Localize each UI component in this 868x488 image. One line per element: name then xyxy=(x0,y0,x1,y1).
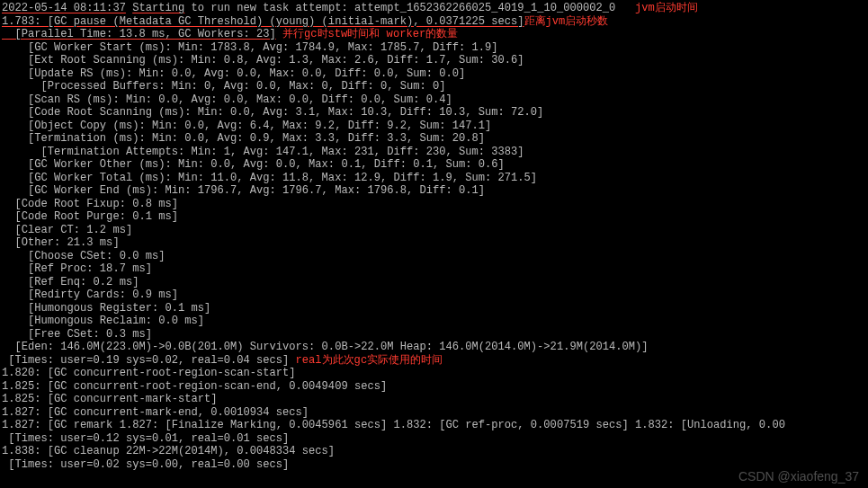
log-line: [Termination (ms): Min: 0.0, Avg: 0.9, M… xyxy=(2,132,485,145)
log-line: [Processed Buffers: Min: 0, Avg: 0.0, Ma… xyxy=(2,80,446,93)
annotation-since-jvm: 距离jvm启动秒数 xyxy=(524,15,609,28)
log-line: [Update RS (ms): Min: 0.0, Avg: 0.0, Max… xyxy=(2,67,465,80)
log-line: 1.827: [GC concurrent-mark-end, 0.001093… xyxy=(2,406,309,419)
log-line: [Clear CT: 1.2 ms] xyxy=(2,224,132,236)
log-text: to run new task attempt: attempt_1652362… xyxy=(184,2,615,14)
log-line: [Object Copy (ms): Min: 0.0, Avg: 6.4, M… xyxy=(2,120,491,132)
log-line: 1.825: [GC concurrent-mark-start] xyxy=(2,393,218,405)
watermark: CSDN @xiaofeng_37 xyxy=(738,470,859,484)
terminal-output: 2022-05-14 08:11:37 Starting to run new … xyxy=(0,0,868,471)
log-line: [GC Worker Total (ms): Min: 11.0, Avg: 1… xyxy=(2,172,537,184)
log-line: [Ref Enq: 0.2 ms] xyxy=(2,276,139,288)
log-line: [Ref Proc: 18.7 ms] xyxy=(2,262,152,275)
log-line: [Free CSet: 0.3 ms] xyxy=(2,328,152,341)
log-line: [Eden: 146.0M(223.0M)->0.0B(201.0M) Surv… xyxy=(2,341,649,353)
log-line: 1.783: [GC pause (Metadata GC Threshold)… xyxy=(2,15,524,28)
log-line: [Termination Attempts: Min: 1, Avg: 147.… xyxy=(2,146,524,158)
log-line: 1.838: [GC cleanup 22M->22M(2014M), 0.00… xyxy=(2,445,335,457)
log-line: [Code Root Scanning (ms): Min: 0.0, Avg:… xyxy=(2,106,543,119)
log-line: [GC Worker End (ms): Min: 1796.7, Avg: 1… xyxy=(2,184,485,197)
log-line: [Choose CSet: 0.0 ms] xyxy=(2,250,165,262)
log-line: [Humongous Reclaim: 0.0 ms] xyxy=(2,315,204,327)
log-line: 1.827: [GC remark 1.827: [Finalize Marki… xyxy=(2,419,785,431)
log-line: 1.825: [GC concurrent-root-region-scan-e… xyxy=(2,380,387,393)
log-line: [Times: user=0.12 sys=0.01, real=0.01 se… xyxy=(2,432,289,445)
log-line: [Other: 21.3 ms] xyxy=(2,236,120,249)
log-line: [Parallel Time: 13.8 ms, GC Workers: 23] xyxy=(2,28,276,40)
log-line: 1.820: [GC concurrent-root-region-scan-s… xyxy=(2,367,296,379)
log-line: [GC Worker Start (ms): Min: 1783.8, Avg:… xyxy=(2,41,498,54)
annotation-jvm-start: jvm启动时间 xyxy=(635,2,698,14)
log-line: [Times: user=0.02 sys=0.00, real=0.00 se… xyxy=(2,458,289,471)
log-line: [Scan RS (ms): Min: 0.0, Avg: 0.0, Max: … xyxy=(2,93,452,106)
log-line: [Humongous Register: 0.1 ms] xyxy=(2,302,210,315)
log-line: [Code Root Purge: 0.1 ms] xyxy=(2,210,178,223)
log-timestamp: 2022-05-14 08:11:37 xyxy=(2,2,126,14)
log-line: [Code Root Fixup: 0.8 ms] xyxy=(2,198,178,210)
log-line: [Times: user=0.19 sys=0.02, real=0.04 se… xyxy=(2,354,296,367)
log-starting: Starting xyxy=(132,2,184,14)
log-line: [Ext Root Scanning (ms): Min: 0.8, Avg: … xyxy=(2,54,524,67)
annotation-real: real为此次gc实际使用的时间 xyxy=(296,354,443,367)
log-line: [GC Worker Other (ms): Min: 0.0, Avg: 0.… xyxy=(2,158,505,171)
log-line: [Redirty Cards: 0.9 ms] xyxy=(2,288,178,301)
annotation-parallel: 并行gc时stw时间和 worker的数量 xyxy=(282,28,458,40)
